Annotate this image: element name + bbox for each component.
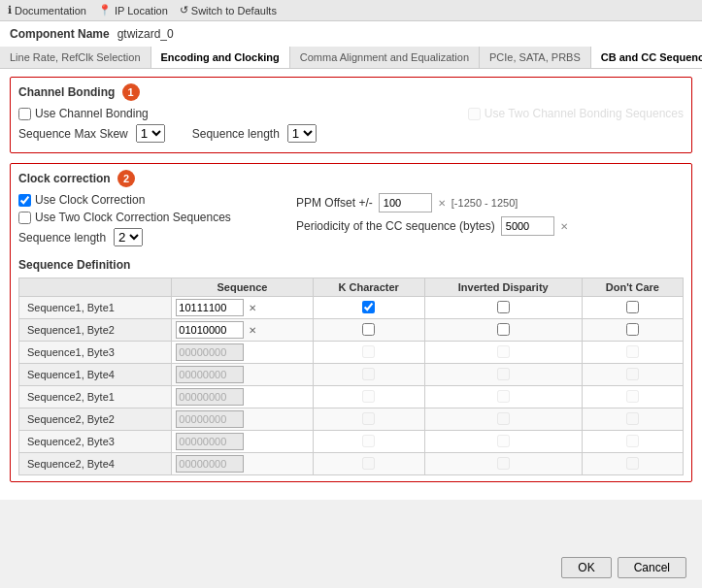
seq-input (176, 433, 244, 450)
use-channel-bonding-wrapper: Use Channel Bonding (18, 107, 149, 120)
dont-care-cell (582, 319, 683, 342)
inv-disp-cell (424, 297, 582, 319)
k-char-cell (313, 408, 424, 431)
inv-disp-checkbox[interactable] (497, 323, 510, 336)
inv-disp-cell (424, 453, 582, 475)
tab-pcie[interactable]: PCIe, SATA, PRBS (480, 47, 591, 68)
table-row: Sequence2, Byte4 (19, 453, 684, 475)
use-channel-bonding-label: Use Channel Bonding (35, 107, 149, 120)
k-char-checkbox[interactable] (362, 301, 375, 313)
seq-clear-button[interactable]: ✕ (246, 323, 259, 337)
dont-care-checkbox (626, 435, 639, 447)
inv-disp-checkbox (497, 412, 510, 425)
use-two-cc-sequences-checkbox[interactable] (18, 212, 31, 224)
k-char-checkbox (362, 390, 375, 403)
periodicity-clear-icon[interactable]: ✕ (560, 221, 568, 232)
ppm-offset-input[interactable] (379, 193, 432, 212)
table-row: Sequence1, Byte2✕ (19, 319, 684, 342)
dont-care-cell (582, 453, 683, 475)
ip-location-button[interactable]: 📍 IP Location (98, 4, 168, 16)
cc-seq-length-select[interactable]: 2 (114, 228, 143, 246)
dont-care-checkbox[interactable] (626, 323, 639, 336)
seq-input (176, 366, 244, 383)
inv-disp-cell (424, 431, 582, 453)
table-row: Sequence1, Byte1✕ (19, 297, 684, 319)
seq-row-sequence (172, 364, 313, 386)
use-clock-correction-wrapper: Use Clock Correction (18, 193, 145, 207)
tab-comma[interactable]: Comma Alignment and Equalization (290, 47, 480, 68)
col-k-char-header: K Character (313, 278, 424, 297)
footer: OK Cancel (561, 557, 686, 578)
tab-encoding[interactable]: Encoding and Clocking (151, 47, 290, 69)
inv-disp-checkbox (497, 390, 510, 403)
use-clock-correction-label: Use Clock Correction (35, 193, 145, 207)
ppm-clear-icon[interactable]: ✕ (438, 198, 446, 209)
k-char-cell (313, 386, 424, 408)
switch-defaults-button[interactable]: ↺ Switch to Defaults (180, 4, 277, 16)
clock-correction-badge: 2 (117, 170, 135, 187)
k-char-checkbox (362, 345, 375, 358)
col-sequence-header: Sequence (172, 278, 313, 297)
periodicity-input[interactable] (501, 216, 554, 236)
seq-length-select[interactable]: 1 (287, 124, 317, 143)
clock-correction-section: Clock correction 2 Use Clock Correction (10, 163, 692, 482)
k-char-cell (313, 364, 424, 386)
k-char-cell (313, 319, 424, 342)
switch-icon: ↺ (180, 4, 188, 16)
channel-bonding-badge: 1 (122, 83, 140, 101)
inv-disp-cell (424, 408, 582, 431)
k-char-checkbox (362, 457, 375, 470)
channel-bonding-section: Channel Bonding 1 Use Channel Bonding Us… (10, 77, 692, 153)
col-name-header (19, 278, 172, 297)
use-clock-correction-checkbox[interactable] (18, 194, 31, 207)
k-char-checkbox (362, 435, 375, 447)
seq-input[interactable] (176, 299, 244, 316)
col-inv-disp-header: Inverted Disparity (424, 278, 582, 297)
inv-disp-cell (424, 342, 582, 364)
seq-row-name: Sequence1, Byte4 (19, 364, 172, 386)
tab-cb-cc[interactable]: CB and CC Sequence (591, 47, 702, 69)
seq-row-sequence (172, 431, 313, 453)
use-two-sequences-label: Use Two Channel Bonding Sequences (485, 107, 684, 120)
seq-row-name: Sequence1, Byte3 (19, 342, 172, 364)
inv-disp-checkbox (497, 435, 510, 447)
periodicity-label: Periodicity of the CC sequence (bytes) (296, 219, 495, 233)
seq-row-name: Sequence1, Byte1 (19, 297, 172, 319)
dont-care-checkbox[interactable] (626, 301, 639, 313)
documentation-button[interactable]: ℹ Documentation (8, 4, 86, 16)
content-area: Channel Bonding 1 Use Channel Bonding Us… (0, 69, 702, 500)
inv-disp-checkbox[interactable] (497, 301, 510, 313)
seq-row-sequence (172, 386, 313, 408)
seq-input[interactable] (176, 321, 244, 339)
dont-care-cell (582, 431, 683, 453)
seq-max-skew-select[interactable]: 1 (136, 124, 165, 143)
dont-care-cell (582, 364, 683, 386)
table-row: Sequence2, Byte3 (19, 431, 684, 453)
ppm-offset-row: PPM Offset +/- ✕ [-1250 - 1250] (296, 193, 684, 212)
use-channel-bonding-checkbox[interactable] (18, 108, 31, 120)
seq-input (176, 455, 244, 473)
use-two-cc-sequences-wrapper: Use Two Clock Correction Sequences (18, 211, 231, 224)
dont-care-checkbox (626, 345, 639, 358)
use-two-sequences-wrapper: Use Two Channel Bonding Sequences (468, 107, 684, 120)
k-char-checkbox[interactable] (362, 323, 375, 336)
tabs-row: Line Rate, RefClk Selection Encoding and… (0, 47, 702, 69)
col-dont-care-header: Don't Care (582, 278, 683, 297)
dont-care-cell (582, 408, 683, 431)
inv-disp-cell (424, 319, 582, 342)
inv-disp-cell (424, 364, 582, 386)
table-row: Sequence1, Byte4 (19, 364, 684, 386)
seq-length-label: Sequence length (192, 127, 280, 141)
ok-button[interactable]: OK (561, 557, 611, 578)
inv-disp-checkbox (497, 368, 510, 380)
seq-clear-button[interactable]: ✕ (246, 301, 259, 314)
seq-row-sequence (172, 342, 313, 364)
cancel-button[interactable]: Cancel (618, 557, 686, 578)
seq-row-sequence: ✕ (172, 319, 313, 342)
table-row: Sequence2, Byte1 (19, 386, 684, 408)
use-two-sequences-checkbox[interactable] (468, 108, 481, 120)
seq-row-sequence (172, 453, 313, 475)
tab-line-rate[interactable]: Line Rate, RefClk Selection (0, 47, 151, 68)
component-name-label: Component Name (10, 27, 110, 41)
documentation-icon: ℹ (8, 4, 12, 16)
